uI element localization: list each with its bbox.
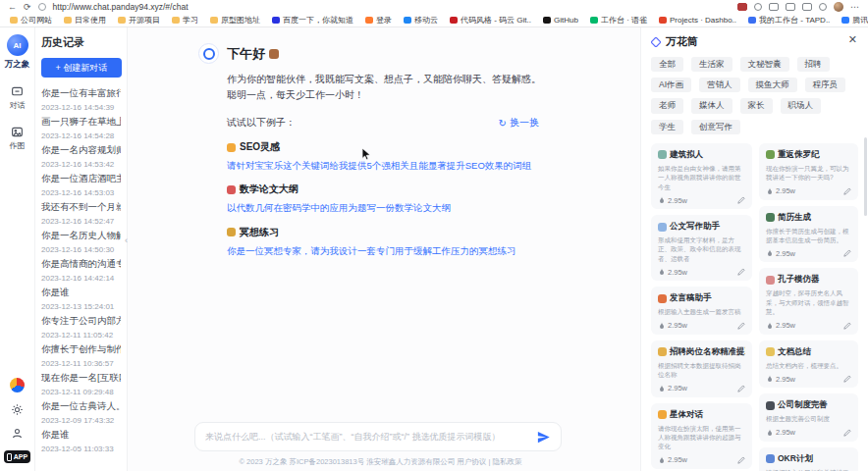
bookmark-item[interactable]: 登录 (365, 15, 392, 26)
assistant-card[interactable]: 招聘岗位名称精准提取 根据招聘文本数据提取待招岗位名称 2.95w (651, 340, 752, 397)
kaleido-tab[interactable]: 招聘 (797, 57, 830, 72)
support-icon[interactable] (10, 378, 25, 392)
bookmark-item[interactable]: 原型图地址 (210, 15, 260, 26)
downloads-icon[interactable] (802, 3, 812, 11)
back-icon[interactable]: ← (8, 3, 17, 12)
message-input[interactable] (205, 432, 536, 442)
confucius-emoji (766, 276, 775, 285)
edit-pen-icon[interactable] (843, 322, 851, 330)
bookmark-item[interactable]: 学习 (172, 15, 198, 26)
bookmark-item[interactable]: Projects · Dashbo.. (659, 16, 736, 25)
edit-pen-icon[interactable] (737, 196, 745, 204)
chat-icon (11, 85, 24, 98)
kaleido-tab[interactable]: 媒体人 (691, 98, 732, 113)
statue-emoji (658, 150, 667, 159)
assistant-card[interactable]: 重返侏罗纪 现在你扮演一只翼龙，可以为我讲述一下你的一天吗? 2.95w (759, 143, 858, 200)
assistant-card[interactable]: 孔子模仿器 穿越时空，探寻历史名人风采，与大师对话，领悟卓越智慧。 2.95w (759, 268, 858, 334)
terms-link[interactable]: 用户协议 (457, 457, 486, 466)
assistant-card[interactable]: 公司制度完善 根据主题完善公司制度 2.95w (759, 393, 858, 441)
privacy-link[interactable]: 隐私政策 (493, 457, 522, 466)
history-item[interactable]: 你是一名历史人物解... 2023-12-16 14:50:30 (41, 230, 121, 258)
edit-pen-icon[interactable] (737, 456, 745, 464)
kaleido-tab[interactable]: 营销人 (699, 78, 740, 92)
bookmark-item[interactable]: 腾讯文档 (841, 15, 868, 26)
kaleido-tab[interactable]: 文秘智囊 (740, 57, 789, 72)
extension-icon[interactable] (737, 3, 747, 11)
browser-menu-icon[interactable]: ⋯ (850, 2, 860, 12)
assistant-card[interactable]: 简历生成 你擅长于简历生成与创建，根据基本信息生成一份简历。 2.95w (759, 206, 858, 263)
suggestion-prompt-link[interactable]: 请针对宝宝乐这个关键词给我提供5个强相关且能显著提升SEO效果的词组 (227, 159, 542, 172)
url-text[interactable]: http://www.chat.panday94.xyz/#/chat (53, 2, 189, 12)
bookmark-item[interactable]: GitHub (543, 16, 578, 25)
close-icon[interactable]: ✕ (848, 33, 857, 46)
history-item[interactable]: 你是谁 2023-12-13 15:24:01 (41, 287, 121, 315)
bookmark-item[interactable]: 百度一下，你就知道 (272, 15, 353, 26)
assistant-card[interactable]: 建筑拟人 如果你是自由女神像，请用第一人称视角跟我讲讲你的前世今生 2.95w (651, 143, 752, 209)
history-item[interactable]: 你是一位有丰富旅行... 2023-12-16 14:54:39 (41, 87, 121, 116)
history-item[interactable]: 你是一名内容规划师... 2023-12-16 14:53:42 (41, 144, 121, 173)
assistant-card[interactable]: 文档总结 总结文档内容，梳理要点。 2.95w (759, 340, 858, 388)
bookmark-item[interactable]: 移动云 (404, 15, 438, 26)
bookmark-item[interactable]: 公司网站 (10, 15, 52, 26)
app-download-badge[interactable]: APP (4, 450, 30, 463)
bookmark-item[interactable]: 工作台 · 语雀 (590, 15, 647, 26)
refresh-examples-button[interactable]: ↻ 换一换 (499, 116, 539, 130)
user-icon[interactable] (11, 427, 24, 440)
new-chat-button[interactable]: + 创建新对话 (41, 58, 122, 78)
kaleido-tab[interactable]: 生活家 (691, 57, 732, 72)
edit-pen-icon[interactable] (737, 268, 745, 276)
history-item[interactable]: 你专注于公司内部方... 2023-12-11 11:05:42 (41, 315, 121, 343)
assistant-card[interactable]: 星体对话 请你现在扮演太阳，使用第一人称视角跟我讲讲你的起源与变化 2.95w (651, 403, 752, 469)
bookmark-item[interactable]: 开源项目 (118, 15, 160, 26)
assistant-card[interactable]: 公文写作助手 形成和使用文字材料，是方正、政策、政令和信息的表现者、运载者 2.… (651, 215, 752, 281)
bookmark-star-icon[interactable] (786, 3, 795, 11)
kaleido-tab[interactable]: AI作画 (651, 78, 691, 92)
share-icon[interactable] (819, 3, 827, 11)
history-item[interactable]: 我还有不到一个月就... 2023-12-16 14:52:47 (41, 201, 121, 230)
handshake-emoji (766, 401, 775, 410)
edit-pen-icon[interactable] (737, 385, 745, 392)
history-item[interactable]: 你擅长于创作与制作... 2023-12-11 10:36:57 (41, 343, 121, 372)
assistant-card[interactable]: OKR计划 请根据输入的目标和关键结果为我生成okr计划 2.95w (759, 447, 858, 471)
card-title: OKR计划 (766, 453, 851, 465)
suggestion-prompt-link[interactable]: 以代数几何在密码学中的应用为题写一份数学论文大纲 (227, 201, 542, 214)
draw-icon (11, 126, 24, 138)
reload-icon[interactable]: ⟳ (24, 3, 31, 12)
kaleido-tab[interactable]: 程序员 (805, 78, 846, 92)
send-icon[interactable] (536, 430, 551, 445)
kaleido-tab[interactable]: 职场人 (781, 98, 822, 113)
nav-draw[interactable]: 作图 (10, 126, 26, 151)
panel-scrollbar[interactable] (864, 137, 867, 216)
kaleido-tab[interactable]: 学生 (651, 120, 683, 134)
assistant-card[interactable]: 发言稿助手 根据输入主题生成一篇发言稿 2.95w (651, 287, 752, 334)
bookmark-item[interactable]: 日常使用 (64, 15, 106, 26)
history-item-title: 你是一位有丰富旅行... (41, 87, 121, 100)
profile-avatar[interactable] (834, 2, 843, 12)
history-item[interactable]: 现在你是一名[互联网... 2023-12-11 09:29:48 (41, 372, 121, 400)
bookmarks-bar: 公司网站 日常使用 开源项目 学习 原型图地址 (0, 13, 868, 27)
bookmark-label: Projects · Dashbo.. (670, 16, 736, 25)
history-item[interactable]: 你是谁 2023-12-05 11:03:33 (41, 429, 121, 457)
kaleido-tab[interactable]: 家长 (740, 98, 773, 113)
kaleido-tab[interactable]: 摸鱼大师 (748, 78, 797, 92)
bookmark-item[interactable]: 我的工作台 - TAPD.. (748, 15, 830, 26)
edit-pen-icon[interactable] (843, 375, 851, 383)
kaleido-tab[interactable]: 老师 (651, 98, 683, 113)
reading-mode-icon[interactable] (769, 3, 779, 11)
nav-chat[interactable]: 对话 (10, 85, 26, 111)
suggestion-prompt-link[interactable]: 你是一位冥想专家，请为我设计一套专门用于缓解工作压力的冥想练习 (227, 244, 542, 257)
history-item[interactable]: 你是一位古典诗人。... 2023-12-09 17:43:32 (41, 400, 121, 429)
edit-pen-icon[interactable] (843, 249, 851, 257)
gear-icon[interactable] (11, 403, 24, 416)
history-item[interactable]: 你是高情商的沟通专... 2023-12-16 14:42:14 (41, 258, 121, 287)
history-item[interactable]: 你是一位酒店酒吧主... 2023-12-16 14:53:03 (41, 173, 121, 201)
edit-pen-icon[interactable] (843, 429, 851, 437)
kaleido-tab[interactable]: 全部 (651, 57, 683, 72)
kaleido-tab[interactable]: 创意写作 (691, 120, 740, 134)
edit-pen-icon[interactable] (843, 187, 851, 195)
edit-pen-icon[interactable] (737, 322, 745, 330)
bookmark-item[interactable]: 代码风格 - 码云 Git.. (450, 15, 531, 26)
history-item[interactable]: 画一只狮子在草地上... 2023-12-16 14:54:28 (41, 116, 121, 144)
history-item-title: 你是高情商的沟通专... (41, 258, 121, 271)
history-icon[interactable] (754, 3, 762, 11)
